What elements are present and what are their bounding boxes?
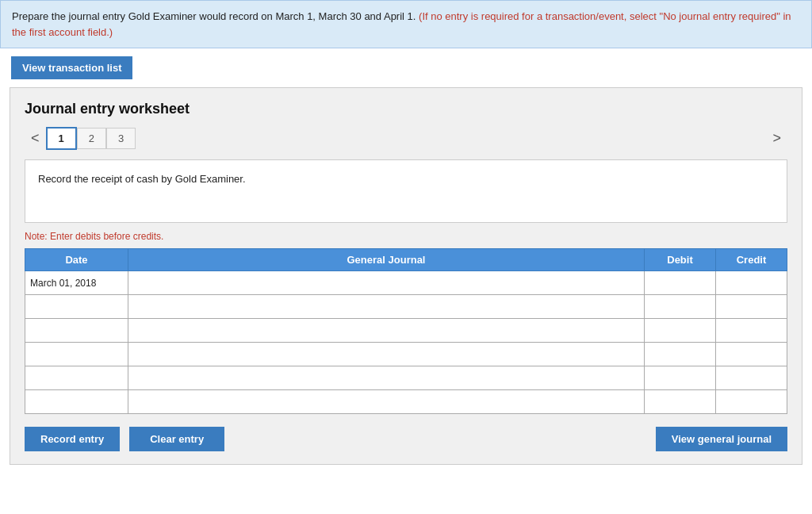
date-header: Date <box>25 249 128 271</box>
table-row <box>25 271 787 295</box>
credit-cell <box>716 343 787 366</box>
credit-cell <box>716 390 787 414</box>
table-row <box>25 390 787 414</box>
tab-2[interactable]: 2 <box>77 128 106 149</box>
date-input-6[interactable] <box>25 390 128 413</box>
gen-journal-input-5[interactable] <box>128 366 644 389</box>
general-journal-header: General Journal <box>128 249 645 271</box>
debit-input-5[interactable] <box>645 366 715 389</box>
credit-input-2[interactable] <box>716 295 787 318</box>
gen-journal-cell <box>128 295 645 319</box>
credit-cell <box>716 319 787 343</box>
gen-journal-input-3[interactable] <box>128 319 644 342</box>
date-cell <box>25 390 128 414</box>
table-row <box>25 319 787 343</box>
date-cell <box>25 271 128 295</box>
date-cell <box>25 319 128 343</box>
instruction-box: Prepare the journal entry Gold Examiner … <box>0 0 812 48</box>
gen-journal-input-6[interactable] <box>128 390 644 413</box>
credit-cell <box>716 271 787 295</box>
action-row: Record entry Clear entry View general jo… <box>25 427 787 451</box>
gen-journal-cell <box>128 271 645 295</box>
debit-input-6[interactable] <box>645 390 715 413</box>
date-cell <box>25 366 128 390</box>
debit-cell <box>645 343 716 366</box>
view-transaction-list-button[interactable]: View transaction list <box>11 56 132 79</box>
date-cell <box>25 343 128 366</box>
credit-cell <box>716 295 787 319</box>
tab-1[interactable]: 1 <box>46 127 77 150</box>
debit-cell <box>645 271 716 295</box>
tab-left-arrow[interactable]: < <box>25 127 46 150</box>
view-btn-row: View transaction list <box>0 48 812 87</box>
credit-input-6[interactable] <box>716 390 787 413</box>
table-row <box>25 295 787 319</box>
date-input-5[interactable] <box>25 366 128 389</box>
gen-journal-cell <box>128 319 645 343</box>
gen-journal-input-4[interactable] <box>128 343 644 366</box>
debit-cell <box>645 366 716 390</box>
debit-input-3[interactable] <box>645 319 715 342</box>
debit-cell <box>645 295 716 319</box>
debit-input-4[interactable] <box>645 343 715 366</box>
note-text: Note: Enter debits before credits. <box>25 231 787 242</box>
journal-table: Date General Journal Debit Credit <box>25 248 787 414</box>
date-input-3[interactable] <box>25 319 128 342</box>
credit-input-3[interactable] <box>716 319 787 342</box>
debit-input-1[interactable] <box>645 271 715 294</box>
gen-journal-cell <box>128 343 645 366</box>
debit-cell <box>645 319 716 343</box>
worksheet-title: Journal entry worksheet <box>25 101 787 117</box>
date-cell <box>25 295 128 319</box>
debit-header: Debit <box>645 249 716 271</box>
description-text: Record the receipt of cash by Gold Exami… <box>38 173 246 185</box>
date-input-4[interactable] <box>25 343 128 366</box>
description-box: Record the receipt of cash by Gold Exami… <box>25 159 787 223</box>
debit-input-2[interactable] <box>645 295 715 318</box>
gen-journal-cell <box>128 366 645 390</box>
debit-cell <box>645 390 716 414</box>
credit-input-4[interactable] <box>716 343 787 366</box>
tab-right-arrow[interactable]: > <box>766 127 787 150</box>
credit-input-1[interactable] <box>716 271 787 294</box>
credit-cell <box>716 366 787 390</box>
gen-journal-input-1[interactable] <box>128 271 644 294</box>
date-input-2[interactable] <box>25 295 128 318</box>
worksheet-container: Journal entry worksheet < 1 2 3 > Record… <box>10 87 802 465</box>
credit-input-5[interactable] <box>716 366 787 389</box>
credit-header: Credit <box>716 249 787 271</box>
date-input-1[interactable] <box>25 271 128 294</box>
gen-journal-input-2[interactable] <box>128 295 644 318</box>
clear-entry-button[interactable]: Clear entry <box>129 427 224 451</box>
table-row <box>25 366 787 390</box>
view-general-journal-button[interactable]: View general journal <box>656 427 787 451</box>
tab-row: < 1 2 3 > <box>25 127 787 150</box>
tab-3[interactable]: 3 <box>106 128 136 149</box>
instruction-text-black: Prepare the journal entry Gold Examiner … <box>12 10 419 22</box>
gen-journal-cell <box>128 390 645 414</box>
record-entry-button[interactable]: Record entry <box>25 427 120 451</box>
table-row <box>25 343 787 366</box>
